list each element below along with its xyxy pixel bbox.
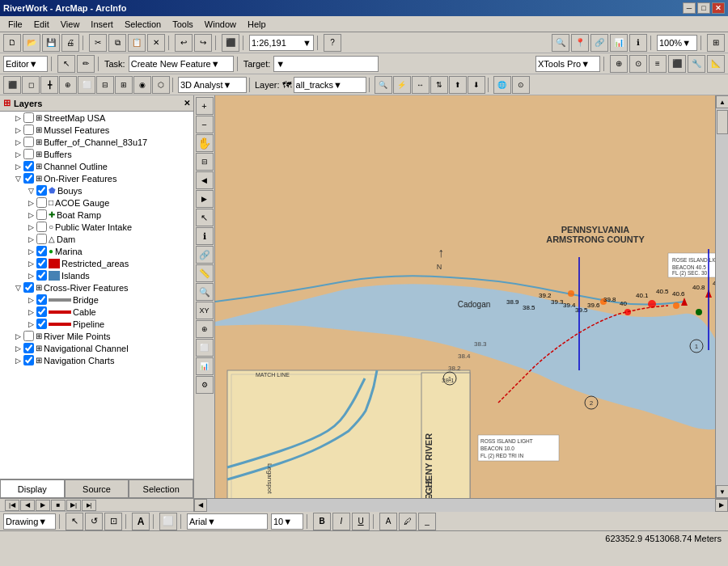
- layer-boat-ramp[interactable]: ▷ ✚ Boat Ramp: [0, 209, 193, 221]
- expand-icon[interactable]: ▷: [26, 222, 36, 232]
- layer-marina[interactable]: ▷ ● Marina: [0, 245, 193, 257]
- layer-mussel-checkbox[interactable]: [23, 125, 34, 135]
- underline-button[interactable]: U: [352, 513, 370, 530]
- pan-button[interactable]: ✋: [196, 134, 214, 152]
- undo-button[interactable]: ↩: [175, 34, 193, 52]
- tool-4[interactable]: ⊕: [59, 76, 77, 94]
- coords-button[interactable]: ⊕: [196, 320, 214, 338]
- new-button[interactable]: 🗋: [3, 34, 21, 52]
- tool-8[interactable]: ◉: [133, 76, 151, 94]
- xy-button[interactable]: XY: [196, 302, 214, 319]
- expand-icon[interactable]: ▽: [13, 283, 23, 293]
- tool-5[interactable]: ⬜: [78, 76, 95, 94]
- tab-source[interactable]: Source: [65, 479, 129, 498]
- layer-bouys[interactable]: ▽ ⬟ Bouys: [0, 184, 193, 196]
- draw-rotate[interactable]: ↺: [85, 513, 103, 530]
- layer-dam[interactable]: ▷ △ Dam: [0, 233, 193, 245]
- cut-button[interactable]: ✂: [89, 34, 107, 52]
- tb-r4[interactable]: 📊: [610, 34, 628, 52]
- expand-icon[interactable]: ▷: [26, 198, 36, 208]
- layer-nav-channel-checkbox[interactable]: [23, 343, 34, 353]
- fontsize-dropdown[interactable]: 10▼: [271, 513, 303, 530]
- layer-buffer-channel-checkbox[interactable]: [23, 137, 34, 147]
- expand-icon[interactable]: ▷: [13, 162, 23, 171]
- expand-icon[interactable]: ▷: [13, 137, 23, 147]
- layer-bouys-checkbox[interactable]: [36, 185, 47, 196]
- maximize-button[interactable]: □: [697, 2, 710, 14]
- layer-channel-outline-checkbox[interactable]: [23, 161, 34, 171]
- xtools-btn4[interactable]: ⬛: [668, 55, 686, 73]
- expand-icon[interactable]: ▷: [26, 295, 36, 305]
- analyst-dropdown[interactable]: 3D Analyst▼: [178, 77, 247, 93]
- scroll-down-button[interactable]: ▼: [716, 485, 728, 498]
- back-extent-button[interactable]: ◀: [196, 171, 214, 189]
- font-dropdown[interactable]: Arial▼: [187, 513, 268, 530]
- layer-btn2[interactable]: ⚡: [393, 76, 411, 94]
- close-button[interactable]: ✕: [712, 2, 725, 14]
- minimize-button[interactable]: ─: [683, 2, 696, 14]
- tab-selection[interactable]: Selection: [129, 479, 193, 498]
- expand-icon[interactable]: ▷: [13, 356, 23, 365]
- identify-button[interactable]: ℹ: [196, 227, 214, 245]
- xtools-btn3[interactable]: ≡: [649, 55, 667, 73]
- layer-acoe-checkbox[interactable]: [36, 197, 47, 208]
- layer-pipeline[interactable]: ▷ Pipeline: [0, 318, 193, 330]
- font-color-btn[interactable]: A: [132, 513, 150, 530]
- layer-river-mile[interactable]: ▷ ⊞ River Mile Points: [0, 330, 193, 342]
- expand-icon[interactable]: ▷: [13, 113, 23, 123]
- layer-on-river[interactable]: ▽ ⊞ On-River Features: [0, 172, 193, 184]
- settings-button[interactable]: ⚙: [196, 376, 214, 394]
- expand-icon[interactable]: ▷: [13, 150, 23, 159]
- bold-button[interactable]: B: [313, 513, 331, 530]
- zoom-dropdown[interactable]: 100%▼: [657, 35, 697, 51]
- tb-r5[interactable]: ℹ: [629, 34, 647, 52]
- layers-close-button[interactable]: ✕: [184, 99, 190, 108]
- layers-content[interactable]: ▷ ⊞ StreetMap USA ▷ ⊞ Mussel Features ▷ …: [0, 112, 193, 479]
- layer-buffers-checkbox[interactable]: [23, 149, 34, 159]
- hscroll-left-button[interactable]: ◀: [194, 499, 207, 512]
- save-button[interactable]: 💾: [42, 34, 60, 52]
- layer-public-water-checkbox[interactable]: [36, 222, 47, 232]
- layer-restricted[interactable]: ▷ Restricted_areas: [0, 257, 193, 269]
- layer-cable-checkbox[interactable]: [36, 306, 47, 317]
- layer-islands[interactable]: ▷ Islands: [0, 269, 193, 281]
- layer-cable[interactable]: ▷ Cable: [0, 306, 193, 318]
- tool-1[interactable]: ⬛: [3, 76, 21, 94]
- xtools-btn5[interactable]: 🔧: [688, 55, 705, 73]
- layer-bridge-checkbox[interactable]: [36, 294, 47, 305]
- line-color-btn[interactable]: _: [418, 513, 436, 530]
- hyperlink-button[interactable]: 🔗: [196, 246, 214, 264]
- drawing-dropdown[interactable]: Drawing▼: [3, 513, 56, 530]
- menu-selection[interactable]: Selection: [120, 18, 166, 31]
- zoom-in-button[interactable]: +: [196, 97, 214, 115]
- copy-button[interactable]: ⧉: [108, 34, 126, 52]
- vertical-scrollbar[interactable]: ▲ ▼: [715, 95, 728, 498]
- layer-btn4[interactable]: ⇅: [430, 76, 448, 94]
- tool-6[interactable]: ⊟: [96, 76, 114, 94]
- expand-icon[interactable]: ▷: [26, 307, 36, 317]
- expand-icon[interactable]: ▷: [26, 271, 36, 281]
- expand-icon[interactable]: ▷: [26, 210, 36, 220]
- zoom-out-button[interactable]: −: [196, 116, 214, 133]
- italic-button[interactable]: I: [332, 513, 350, 530]
- draw-select[interactable]: ↖: [66, 513, 83, 530]
- measure-button[interactable]: 📏: [196, 264, 214, 282]
- menu-edit[interactable]: Edit: [29, 18, 54, 31]
- layer-boat-ramp-checkbox[interactable]: [36, 209, 47, 220]
- layer-mussel[interactable]: ▷ ⊞ Mussel Features: [0, 124, 193, 136]
- map-area[interactable]: PENNSYLVANIA ARMSTRONG COUNTY Cadogan Ro…: [215, 95, 728, 498]
- scroll-thumb[interactable]: [717, 110, 728, 134]
- layer-streetmap-checkbox[interactable]: [23, 112, 34, 123]
- layer-cross-river[interactable]: ▽ ⊞ Cross-River Features: [0, 281, 193, 294]
- menu-view[interactable]: View: [56, 18, 85, 31]
- delete-button[interactable]: ✕: [147, 34, 165, 52]
- expand-icon[interactable]: ▽: [13, 174, 23, 184]
- tb-r2[interactable]: 📍: [571, 34, 589, 52]
- editor-dropdown[interactable]: Editor▼: [3, 56, 48, 72]
- redo-button[interactable]: ↪: [194, 34, 212, 52]
- scroll-up-button[interactable]: ▲: [716, 95, 728, 108]
- layer-btn6[interactable]: ⬇: [468, 76, 485, 94]
- hscroll-right-button[interactable]: ▶: [715, 499, 728, 512]
- overview-button[interactable]: ⬜: [196, 339, 214, 357]
- layer-btn5[interactable]: ⬆: [449, 76, 467, 94]
